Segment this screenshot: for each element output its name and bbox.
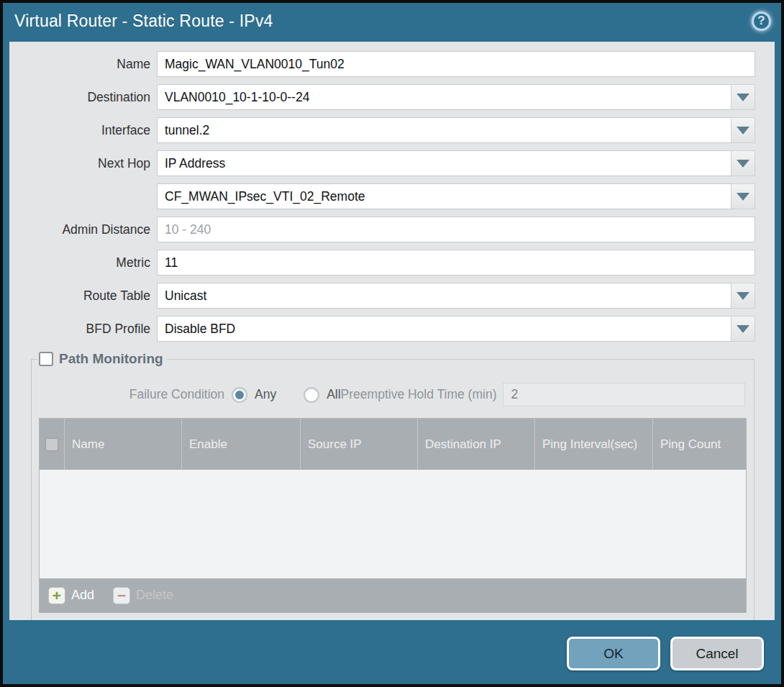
route-table-label: Route Table xyxy=(9,288,157,304)
delete-button-label: Delete xyxy=(136,588,173,603)
add-button[interactable]: + Add xyxy=(48,587,94,604)
chevron-down-icon xyxy=(737,127,749,135)
table-header-enable[interactable]: Enable xyxy=(181,419,300,470)
table-header-ping-interval[interactable]: Ping Interval(sec) xyxy=(534,419,652,470)
dialog-footer: OK Cancel xyxy=(3,623,781,684)
form-row-destination: Destination xyxy=(9,84,775,110)
chevron-down-icon xyxy=(737,160,749,168)
destination-dropdown-button[interactable] xyxy=(731,84,755,110)
add-icon: + xyxy=(48,587,65,604)
failure-condition-any-option[interactable]: Any xyxy=(232,387,276,403)
form-row-interface: Interface xyxy=(9,117,775,143)
metric-label: Metric xyxy=(9,255,157,270)
delete-icon: − xyxy=(113,587,130,604)
form-row-name: Name xyxy=(9,51,775,77)
preemptive-hold-time-label: Preemptive Hold Time (min) xyxy=(341,387,503,402)
form-row-route-table: Route Table xyxy=(9,283,775,309)
path-monitoring-title: Path Monitoring xyxy=(59,351,163,367)
path-monitoring-table: Name Enable Source IP Destination IP Pin… xyxy=(39,418,747,613)
delete-button[interactable]: − Delete xyxy=(113,587,173,604)
next-hop-label: Next Hop xyxy=(9,156,157,171)
radio-unselected-icon xyxy=(304,387,319,403)
destination-label: Destination xyxy=(9,90,157,105)
admin-distance-label: Admin Distance xyxy=(9,222,157,237)
form-row-next-hop-address xyxy=(9,183,775,209)
form-row-admin-distance: Admin Distance xyxy=(9,217,775,242)
failure-condition-all-label: All xyxy=(327,387,340,402)
table-body-empty xyxy=(40,470,746,578)
table-header-row: Name Enable Source IP Destination IP Pin… xyxy=(40,419,746,470)
table-header-checkbox-cell xyxy=(40,419,64,470)
path-monitoring-checkbox[interactable] xyxy=(39,352,53,366)
chevron-down-icon xyxy=(737,193,749,201)
select-all-checkbox[interactable] xyxy=(45,438,58,451)
route-table-input[interactable] xyxy=(157,283,731,309)
table-header-source-ip[interactable]: Source IP xyxy=(300,419,417,470)
table-header-name[interactable]: Name xyxy=(64,419,181,470)
dialog-titlebar: Virtual Router - Static Route - IPv4 ? xyxy=(3,3,781,39)
table-toolbar: + Add − Delete xyxy=(40,578,746,612)
form-row-next-hop: Next Hop xyxy=(9,150,775,176)
path-monitoring-legend: Path Monitoring xyxy=(37,351,168,367)
metric-input[interactable] xyxy=(157,250,755,276)
name-label: Name xyxy=(9,57,157,72)
interface-label: Interface xyxy=(9,123,157,138)
failure-condition-radio-group: Any All xyxy=(232,387,341,403)
failure-condition-any-label: Any xyxy=(255,387,276,402)
chevron-down-icon xyxy=(737,325,749,333)
cancel-button[interactable]: Cancel xyxy=(670,637,764,670)
name-input[interactable] xyxy=(157,51,755,77)
route-table-dropdown-button[interactable] xyxy=(731,283,755,309)
form-row-bfd-profile: BFD Profile xyxy=(9,316,775,342)
static-route-dialog: Virtual Router - Static Route - IPv4 ? N… xyxy=(0,0,784,687)
destination-input[interactable] xyxy=(157,84,731,110)
dialog-title: Virtual Router - Static Route - IPv4 xyxy=(14,12,752,31)
next-hop-dropdown-button[interactable] xyxy=(731,150,755,176)
next-hop-address-dropdown-button[interactable] xyxy=(731,183,755,209)
dialog-body: Name Destination Interface xyxy=(9,42,775,620)
chevron-down-icon xyxy=(737,292,749,300)
path-monitoring-controls: Failure Condition Any All Preemptive Hol… xyxy=(37,383,748,406)
path-monitoring-section: Path Monitoring Failure Condition Any Al… xyxy=(31,351,755,620)
help-icon[interactable]: ? xyxy=(752,12,771,31)
radio-selected-icon xyxy=(232,387,247,403)
next-hop-type-input[interactable] xyxy=(157,150,731,176)
bfd-profile-dropdown-button[interactable] xyxy=(731,316,755,342)
interface-input[interactable] xyxy=(157,117,731,143)
table-header-destination-ip[interactable]: Destination IP xyxy=(417,419,534,470)
chevron-down-icon xyxy=(737,94,749,101)
bfd-profile-input[interactable] xyxy=(157,316,731,342)
interface-dropdown-button[interactable] xyxy=(731,117,755,143)
next-hop-address-input[interactable] xyxy=(157,183,731,209)
ok-button[interactable]: OK xyxy=(567,637,660,670)
bfd-profile-label: BFD Profile xyxy=(9,322,157,337)
failure-condition-all-option[interactable]: All xyxy=(304,387,340,403)
form-row-metric: Metric xyxy=(9,250,775,276)
table-header-ping-count[interactable]: Ping Count xyxy=(652,419,746,470)
admin-distance-input[interactable] xyxy=(157,217,755,242)
preemptive-hold-time-input[interactable] xyxy=(503,383,745,406)
add-button-label: Add xyxy=(71,588,94,603)
failure-condition-label: Failure Condition xyxy=(37,387,232,402)
